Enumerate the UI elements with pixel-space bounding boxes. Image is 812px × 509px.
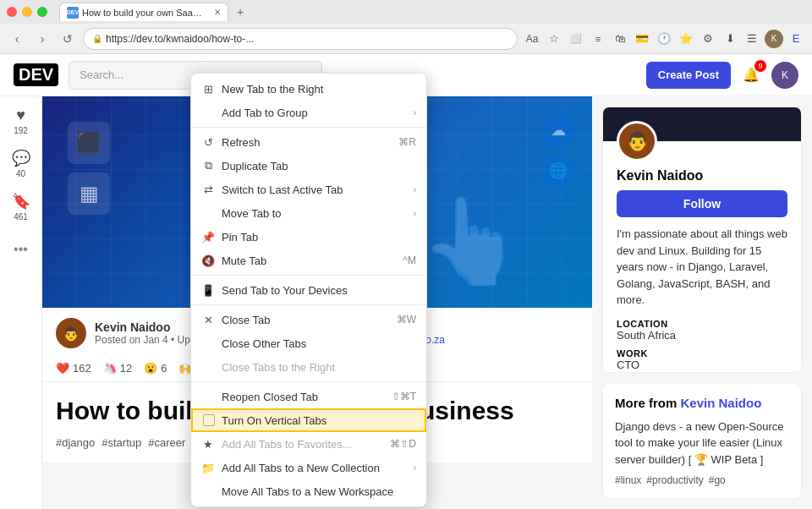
lock-icon: 🔒 [92, 34, 102, 43]
more-from-author-link[interactable]: Kevin Naidoo [681, 396, 762, 410]
add-favorites-label: Add All Tabs to Favorites... [222, 438, 383, 451]
download-button[interactable]: ⬇ [721, 30, 739, 48]
author-avatar: 👨 [617, 121, 657, 161]
menu-vertical-tabs[interactable]: Turn On Vertical Tabs [191, 408, 426, 432]
search-placeholder: Search... [80, 68, 123, 81]
close-tab-icon: ✕ [201, 313, 215, 326]
menu-send-devices[interactable]: 📱 Send Tab to Your Devices [191, 278, 426, 302]
reaction-unicorn[interactable]: 🦄 12 [103, 362, 132, 375]
extensions-button[interactable]: E [787, 30, 805, 48]
close-right-label: Close Tabs to the Right [222, 361, 416, 374]
separator-4 [191, 381, 426, 382]
work-value: CTO [617, 358, 787, 371]
comment-icon: 💬 [12, 149, 30, 167]
author-avatar-small: 👨 [56, 318, 86, 348]
server-icon: ⬛ [68, 122, 110, 164]
reaction-wow[interactable]: 😮 6 [144, 362, 167, 375]
more-from-label: More from [615, 396, 677, 410]
history-button[interactable]: 🕐 [655, 30, 673, 48]
star-button[interactable]: ☆ [545, 30, 563, 48]
menu-close-other[interactable]: Close Other Tabs [191, 331, 426, 355]
duplicate-icon: ⧉ [201, 159, 215, 172]
work-item: WORK CTO [617, 348, 787, 371]
more-from-post-title[interactable]: Django devs - a new Open-Source tool to … [615, 419, 789, 468]
more-tag-go[interactable]: #go [709, 474, 726, 486]
tag-startup[interactable]: #startup [102, 436, 141, 449]
switch-arrow: › [414, 185, 416, 194]
refresh-label: Refresh [222, 136, 392, 149]
add-favorites-shortcut: ⌘⇧D [390, 438, 416, 450]
back-button[interactable]: ‹ [7, 29, 27, 49]
settings-button[interactable]: ⚙ [699, 30, 717, 48]
more-tag-productivity[interactable]: #productivity [646, 474, 703, 486]
menu-new-collection[interactable]: 📁 Add All Tabs to a New Collection › [191, 456, 426, 479]
sidebar-bookmark-item[interactable]: 🔖 461 [12, 192, 30, 222]
user-avatar-button[interactable]: K [771, 62, 798, 89]
reader-button[interactable]: ≡ [589, 30, 607, 48]
refresh-button[interactable]: ↺ [58, 29, 78, 49]
browser-frame: DEV How to build your own SaaS b... ✕ + … [0, 0, 812, 509]
menu-reopen-closed[interactable]: Reopen Closed Tab ⇧⌘T [191, 385, 426, 408]
favorites-button[interactable]: ⭐ [677, 30, 695, 48]
maximize-window-button[interactable] [37, 7, 47, 17]
sidebar-toggle[interactable]: ☰ [743, 30, 761, 48]
reopen-closed-label: Reopen Closed Tab [222, 391, 385, 403]
favorites-menu-icon: ★ [201, 437, 215, 451]
menu-add-tab-group[interactable]: Add Tab to Group › [191, 101, 426, 124]
wallet-button[interactable]: 💳 [633, 30, 651, 48]
refresh-menu-icon: ↺ [201, 135, 215, 149]
add-group-icon [201, 106, 215, 119]
send-devices-label: Send Tab to Your Devices [222, 284, 416, 297]
screenshot-button[interactable]: ⬜ [567, 30, 585, 48]
tab-close-button[interactable]: ✕ [214, 8, 221, 17]
reopen-icon [201, 390, 215, 403]
menu-close-tab[interactable]: ✕ Close Tab ⌘W [191, 308, 426, 331]
new-tab-icon: ⊞ [201, 82, 215, 96]
menu-new-tab-right[interactable]: ⊞ New Tab to the Right [191, 77, 426, 101]
new-tab-button[interactable]: + [232, 3, 249, 20]
bookmark-icon: 🔖 [12, 192, 30, 211]
active-tab[interactable]: DEV How to build your own SaaS b... ✕ [59, 3, 228, 21]
tag-django[interactable]: #django [56, 436, 95, 449]
more-tag-linux[interactable]: #linux [615, 474, 641, 486]
menu-switch-last[interactable]: ⇄ Switch to Last Active Tab › [191, 178, 426, 201]
forward-button[interactable]: › [32, 29, 52, 49]
tab-favicon: DEV [67, 7, 79, 19]
account-button[interactable]: K [765, 30, 783, 48]
dev-logo: DEV [14, 63, 58, 86]
browser-content: DEV Search... Create Post 🔔 9 K [0, 54, 812, 509]
menu-mute-tab[interactable]: 🔇 Mute Tab ^M [191, 249, 426, 272]
mute-icon: 🔇 [201, 254, 215, 267]
database-icon: ▦ [68, 172, 110, 215]
more-from-card: More from Kevin Naidoo Django devs - a n… [602, 383, 802, 500]
heart-reaction-count: 162 [73, 362, 91, 375]
reaction-heart[interactable]: ❤️ 162 [56, 362, 91, 375]
author-card-name: Kevin Naidoo [617, 168, 787, 183]
close-window-button[interactable] [7, 7, 17, 17]
menu-refresh[interactable]: ↺ Refresh ⌘R [191, 130, 426, 154]
menu-close-right: Close Tabs to the Right [191, 355, 426, 379]
create-post-button[interactable]: Create Post [646, 62, 731, 89]
menu-new-workspace[interactable]: Move All Tabs to a New Workspace [191, 479, 426, 503]
hand-pointer-icon: 👆 [419, 191, 524, 291]
menu-pin-tab[interactable]: 📌 Pin Tab [191, 225, 426, 249]
minimize-window-button[interactable] [22, 7, 32, 17]
address-bar[interactable]: 🔒 https://dev.to/kwnaidoo/how-to-... [83, 28, 518, 50]
author-card: 👨 Kevin Naidoo Follow I'm passionate abo… [602, 107, 802, 373]
tag-career[interactable]: #career [148, 436, 185, 449]
location-value: South Africa [617, 329, 787, 342]
sidebar-heart-item[interactable]: ♥ 192 [14, 107, 28, 135]
nav-bar: ‹ › ↺ 🔒 https://dev.to/kwnaidoo/how-to-.… [0, 24, 812, 54]
menu-move-tab[interactable]: Move Tab to › [191, 201, 426, 225]
follow-button[interactable]: Follow [617, 190, 787, 217]
author-card-body: 👨 Kevin Naidoo Follow I'm passionate abo… [603, 121, 801, 373]
tab-bar: DEV How to build your own SaaS b... ✕ + [59, 3, 805, 21]
sidebar-more-icon[interactable]: ••• [14, 242, 28, 257]
sidebar-comment-item[interactable]: 💬 40 [12, 149, 30, 178]
move-icon [201, 206, 215, 220]
nav-icon-1[interactable]: Aa [523, 30, 541, 48]
menu-duplicate[interactable]: ⧉ Duplicate Tab [191, 154, 426, 178]
shopping-button[interactable]: 🛍 [611, 30, 629, 48]
notifications-button[interactable]: 🔔 9 [738, 62, 765, 89]
duplicate-label: Duplicate Tab [222, 160, 416, 172]
